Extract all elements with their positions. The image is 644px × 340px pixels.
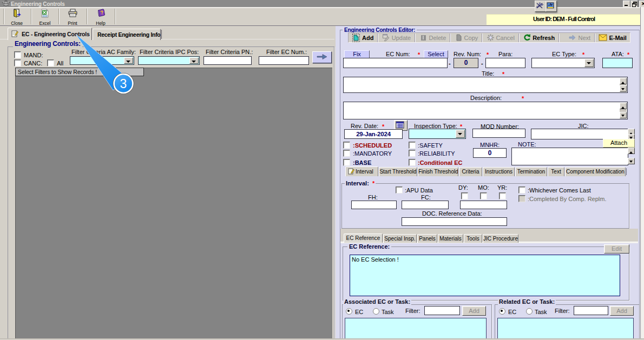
- svg-text:3: 3: [120, 77, 127, 91]
